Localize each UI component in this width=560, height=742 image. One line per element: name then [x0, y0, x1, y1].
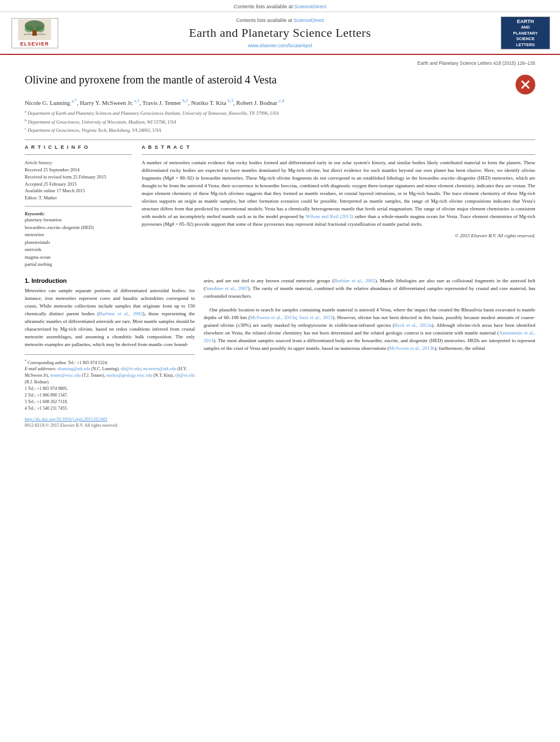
burbine-2002-cite1[interactable]: Burbine et al., 2002: [99, 311, 143, 316]
email-noriko[interactable]: noriko@geology.wisc.edu: [107, 373, 153, 378]
journal-logo-right: EARTH AND PLANETARY SCIENCE LETTERS: [501, 16, 550, 49]
email-note: E-mail addresses: nlunning@utk.edu (N.C.…: [25, 366, 195, 386]
mcsween-2013b-cite[interactable]: McSween et al., 2013b: [389, 345, 435, 351]
issn-line: 0012-821X/© 2015 Elsevier B.V. All right…: [25, 423, 195, 428]
email-mcsween[interactable]: rjb@vt.edu: [121, 366, 141, 371]
abstract-col: A B S T R A C T A number of meteorites c…: [142, 144, 535, 269]
ammannito-cite[interactable]: Ammannito et al., 2013: [204, 330, 535, 343]
article-title-section: Olivine and pyroxene from the mantle of …: [25, 68, 535, 94]
sciencedirect-link2[interactable]: ScienceDirect: [294, 18, 324, 23]
section1-heading: 1. Introduction: [25, 277, 195, 284]
email-bodnar[interactable]: rjb@vt.edu: [175, 373, 195, 378]
accepted-date: Accepted 25 February 2015: [25, 181, 77, 187]
body-section: 1. Introduction Meteorites can sample se…: [25, 277, 535, 428]
journal-header: ELSEVIER Contents lists available at Sci…: [0, 12, 560, 55]
divider: [25, 140, 535, 140]
keywords-label: Keywords:: [25, 211, 132, 216]
body-columns: 1. Introduction Meteorites can sample se…: [25, 277, 535, 428]
abstract-divider: [142, 154, 535, 155]
jutzi-cite[interactable]: Jutzi et al., 2013: [299, 315, 333, 320]
section1-text-left: Meteorites can sample separate portions …: [25, 287, 195, 349]
keywords-divider: [25, 206, 132, 207]
fn3: 3 Tel.: +1 608 262 7118.: [25, 399, 195, 405]
affiliation-b: b Department of Geosciences, University …: [25, 118, 535, 126]
burbine-2002-cite2[interactable]: Burbine et al., 2002: [334, 278, 375, 283]
keywords-list: planetary formation howardites–eucrite–d…: [25, 216, 132, 269]
svg-rect-5: [24, 34, 46, 35]
fn4: 4 Tel.: +1 540 231 7455.: [25, 405, 195, 412]
body-right-col: aries, and are not tied to any known cru…: [204, 277, 535, 428]
info-divider: [25, 154, 132, 155]
svg-point-3: [25, 26, 33, 32]
contents-prefix: Contents lists available at: [234, 3, 293, 9]
svg-point-4: [36, 26, 44, 32]
journal-url[interactable]: www.elsevier.com/locate/epsl: [70, 43, 490, 48]
copyright-line: © 2015 Elsevier B.V. All rights reserved…: [142, 233, 535, 238]
available-date: Available online 17 March 2015: [25, 188, 85, 193]
article-history: Article history: Received 25 September 2…: [25, 159, 132, 202]
received-date: Received 25 September 2014: [25, 167, 80, 172]
affiliations: a Department of Earth and Planetary Scie…: [25, 109, 535, 134]
fn1: 1 Tel.: +1 865 974 9805.: [25, 386, 195, 392]
keywords-section: Keywords: planetary formation howardites…: [25, 211, 132, 269]
section1-text-right: aries, and are not tied to any known cru…: [204, 277, 535, 300]
section1-text-right2: One plausible location to search for sam…: [204, 306, 535, 353]
journal-center: Contents lists available at ScienceDirec…: [59, 18, 501, 49]
doi-line[interactable]: http://dx.doi.org/10.1016/j.epsl.2015.02…: [25, 416, 195, 422]
wilson-keil-cite[interactable]: Wilson and Keil (2013): [306, 214, 353, 219]
footnotes-section: * Corresponding author. Tel.: +1 865 974…: [25, 354, 195, 412]
sciencedirect-link[interactable]: ScienceDirect: [294, 3, 327, 9]
email-tenner[interactable]: tenner@wisc.edu: [50, 373, 81, 378]
corresponding-note: * Corresponding author. Tel.: +1 865 974…: [25, 358, 195, 366]
article-title: Olivine and pyroxene from the mantle of …: [25, 72, 505, 87]
body-left-col: 1. Introduction Meteorites can sample se…: [25, 277, 195, 428]
abstract-text: A number of meteorites contain evidence …: [142, 159, 535, 228]
fn2: 2 Tel.: +1 806 890 1347.: [25, 392, 195, 399]
article-info-col: A R T I C L E I N F O Article history: R…: [25, 144, 132, 269]
doi-link[interactable]: http://dx.doi.org/10.1016/j.epsl.2015.02…: [25, 416, 107, 422]
email-lunning[interactable]: nlunning@utk.edu: [58, 366, 91, 371]
abstract-label: A B S T R A C T: [142, 144, 535, 150]
article-info-abstract: A R T I C L E I N F O Article history: R…: [25, 144, 535, 269]
affiliation-a: a Department of Earth and Planetary Scie…: [25, 109, 535, 117]
sunshine-cite[interactable]: Sunshine et al., 2007: [205, 286, 248, 291]
elsevier-label: ELSEVIER: [20, 41, 49, 47]
journal-title: Earth and Planetary Science Letters: [70, 25, 490, 41]
editor: Editor: T. Mather: [25, 195, 57, 200]
top-bar: Contents lists available at ScienceDirec…: [0, 0, 560, 12]
elsevier-logo: ELSEVIER: [12, 18, 58, 48]
authors-line: Nicole G. Lunning a,*, Harry Y. McSween …: [25, 98, 535, 107]
contents-line: Contents lists available at ScienceDirec…: [70, 18, 490, 23]
article-container: Earth and Planetary Science Letters 418 …: [0, 55, 560, 433]
affiliation-c: c Department of Geosciences, Virginia Te…: [25, 126, 535, 134]
revised-date: Received in revised form 25 February 201…: [25, 174, 106, 180]
contents-text: Contents lists available at: [236, 18, 292, 23]
mcsween-cite[interactable]: McSween et al., 2013a: [250, 315, 296, 320]
citation-line: Earth and Planetary Science Letters 418 …: [25, 60, 535, 66]
beck-cite[interactable]: Beck et al., 2013a: [394, 322, 432, 328]
email-mcsween2[interactable]: mcsween@utk.edu: [143, 366, 176, 371]
history-label: Article history:: [25, 160, 53, 165]
crossmark-badge: [516, 75, 535, 94]
article-info-label: A R T I C L E I N F O: [25, 144, 132, 150]
